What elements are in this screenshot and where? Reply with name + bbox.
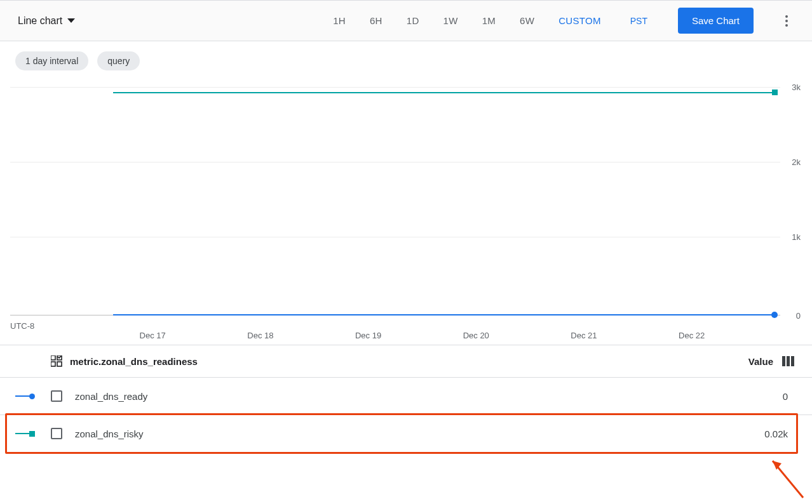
range-1h[interactable]: 1H (327, 10, 352, 31)
series-value: 0.02k (764, 428, 790, 439)
timezone-selector[interactable]: PST (619, 16, 659, 26)
range-1m[interactable]: 1M (476, 10, 502, 31)
columns-icon[interactable] (782, 356, 794, 366)
metrics-explorer: Line chart 1H 6H 1D 1W 1M 6W CUSTOM PST … (0, 0, 812, 504)
x-tick: Dec 19 (355, 331, 381, 340)
chart-type-label: Line chart (18, 15, 62, 27)
legend-header: metric.zonal_dns_readiness Value (0, 345, 812, 378)
more-options-icon[interactable] (774, 8, 799, 34)
gridline (10, 237, 780, 237)
x-tick: Dec 17 (140, 331, 166, 340)
gridline (10, 87, 780, 88)
svg-marker-5 (773, 461, 782, 470)
caret-down-icon (67, 18, 75, 23)
y-tick: 1k (792, 232, 801, 242)
x-tick: Dec 22 (679, 331, 705, 340)
series-checkbox[interactable] (51, 428, 62, 439)
save-chart-button[interactable]: Save Chart (678, 8, 754, 34)
toolbar: Line chart 1H 6H 1D 1W 1M 6W CUSTOM PST … (0, 1, 812, 41)
range-6w[interactable]: 6W (513, 10, 541, 31)
series-end-marker-risky (772, 90, 778, 95)
series-name: zonal_dns_ready (75, 391, 147, 402)
timezone-axis-label: UTC-8 (10, 321, 34, 331)
range-custom[interactable]: CUSTOM (552, 10, 607, 31)
chart-area: 3k 2k 1k 0 UTC-8 Dec 17 Dec 18 Dec 19 De… (10, 81, 797, 327)
chip-query[interactable]: query (97, 51, 140, 70)
svg-line-4 (773, 461, 803, 498)
series-line-ready (113, 314, 774, 315)
series-value: 0 (783, 391, 790, 402)
y-tick: 0 (796, 311, 801, 321)
series-line-risky (113, 92, 774, 93)
series-symbol (14, 433, 36, 434)
series-symbol (14, 395, 36, 397)
x-tick: Dec 20 (463, 331, 489, 340)
breakdown-icon (51, 355, 62, 367)
annotation-arrow-icon (765, 452, 809, 503)
chips-row: 1 day interval query (0, 41, 812, 81)
value-column-header: Value (748, 356, 773, 367)
y-tick: 2k (792, 157, 801, 167)
chart-type-selector[interactable]: Line chart (18, 15, 79, 27)
svg-rect-0 (51, 355, 55, 360)
svg-rect-2 (51, 362, 55, 366)
series-name: zonal_dns_risky (75, 428, 144, 439)
x-tick: Dec 21 (571, 331, 597, 340)
x-tick: Dec 18 (247, 331, 273, 340)
y-tick: 3k (792, 83, 801, 92)
range-1w[interactable]: 1W (437, 10, 464, 31)
svg-rect-3 (57, 362, 62, 366)
range-6h[interactable]: 6H (363, 10, 389, 31)
series-checkbox[interactable] (51, 390, 62, 402)
legend-row-risky[interactable]: zonal_dns_risky 0.02k (0, 415, 812, 452)
chip-interval[interactable]: 1 day interval (15, 51, 88, 70)
gridline (10, 162, 780, 162)
legend-row-ready[interactable]: zonal_dns_ready 0 (0, 378, 812, 415)
time-range-group: 1H 6H 1D 1W 1M 6W CUSTOM PST Save Chart (327, 8, 799, 34)
range-1d[interactable]: 1D (400, 10, 426, 31)
series-end-marker-ready (771, 312, 778, 318)
metric-group-label: metric.zonal_dns_readiness (70, 356, 198, 367)
